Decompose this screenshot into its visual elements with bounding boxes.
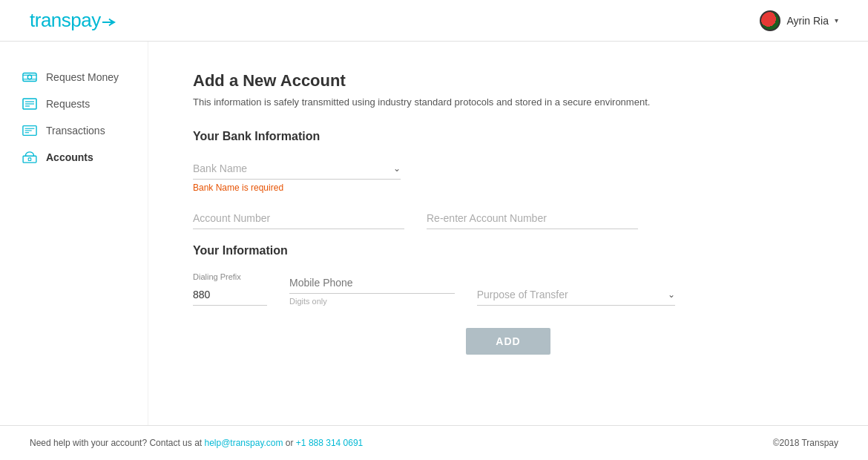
footer-phone[interactable]: +1 888 314 0691 (296, 438, 363, 448)
requests-icon (22, 98, 37, 110)
svg-marker-0 (111, 19, 115, 24)
user-menu[interactable]: Ayrin Ria ▾ (760, 10, 838, 31)
dialing-prefix-input[interactable] (193, 284, 267, 306)
purpose-chevron-icon: ⌄ (668, 289, 675, 300)
sidebar-item-accounts[interactable]: Accounts (0, 144, 148, 171)
svg-point-2 (27, 75, 31, 79)
phone-purpose-row: Dialing Prefix Digits only Purpose of Tr… (193, 272, 675, 306)
transactions-icon (22, 125, 37, 137)
digits-hint: Digits only (289, 297, 455, 306)
dialing-prefix-label: Dialing Prefix (193, 272, 267, 281)
main-layout: Request Money Requests Transactions (0, 42, 868, 425)
footer-help: Need help with your account? Contact us … (30, 438, 363, 448)
user-menu-chevron-icon: ▾ (835, 16, 838, 24)
sidebar-item-request-money[interactable]: Request Money (0, 64, 148, 91)
purpose-select[interactable]: Purpose of Transfer ⌄ (477, 284, 675, 306)
app-header: transpay Ayrin Ria ▾ (0, 0, 868, 42)
bank-name-error: Bank Name is required (193, 183, 401, 193)
main-content: Add a New Account This information is sa… (148, 42, 868, 425)
mobile-phone-group: Digits only (289, 272, 455, 306)
sidebar-label-transactions: Transactions (46, 125, 105, 137)
footer-help-text: Need help with your account? Contact us … (30, 438, 202, 448)
sidebar-item-transactions[interactable]: Transactions (0, 117, 148, 144)
bank-name-placeholder: Bank Name (193, 162, 247, 174)
logo: transpay (30, 9, 116, 32)
sidebar-label-accounts: Accounts (46, 151, 93, 163)
sidebar: Request Money Requests Transactions (0, 42, 148, 425)
accounts-icon (22, 151, 37, 163)
svg-rect-13 (23, 156, 36, 162)
sidebar-label-request-money: Request Money (46, 71, 119, 83)
account-number-row (193, 208, 638, 229)
dialing-prefix-group: Dialing Prefix (193, 272, 267, 306)
add-btn-row: ADD (193, 328, 823, 355)
info-section-title: Your Information (193, 244, 823, 257)
logo-arrow-icon (102, 17, 116, 27)
purpose-of-transfer-group: Purpose of Transfer ⌄ (477, 284, 675, 306)
page-subtitle: This information is safely transmitted u… (193, 96, 823, 108)
footer-copyright: ©2018 Transpay (773, 438, 838, 448)
bank-name-group: Bank Name ⌄ Bank Name is required (193, 158, 401, 193)
footer-or: or (286, 438, 296, 448)
your-info-section: Your Information Dialing Prefix Digits o… (193, 244, 823, 306)
request-money-icon (22, 71, 37, 83)
bank-name-select[interactable]: Bank Name ⌄ (193, 158, 401, 180)
account-number-field (193, 208, 404, 229)
reenter-account-input[interactable] (427, 208, 638, 229)
page-title: Add a New Account (193, 71, 823, 91)
svg-rect-14 (28, 158, 31, 161)
sidebar-item-requests[interactable]: Requests (0, 91, 148, 117)
bank-name-chevron-icon: ⌄ (393, 163, 401, 174)
bank-info-section: Your Bank Information Bank Name ⌄ Bank N… (193, 130, 823, 229)
user-name: Ayrin Ria (786, 15, 829, 27)
user-avatar (760, 10, 780, 31)
svg-rect-1 (23, 73, 36, 82)
add-button[interactable]: ADD (466, 328, 550, 355)
footer-email[interactable]: help@transpay.com (204, 438, 283, 448)
sidebar-label-requests: Requests (46, 98, 90, 110)
footer: Need help with your account? Contact us … (0, 425, 868, 460)
bank-section-title: Your Bank Information (193, 130, 823, 143)
mobile-phone-input[interactable] (289, 272, 455, 294)
purpose-placeholder: Purpose of Transfer (477, 289, 568, 300)
reenter-account-field (427, 208, 638, 229)
logo-text: transpay (30, 9, 116, 32)
account-number-input[interactable] (193, 208, 404, 229)
